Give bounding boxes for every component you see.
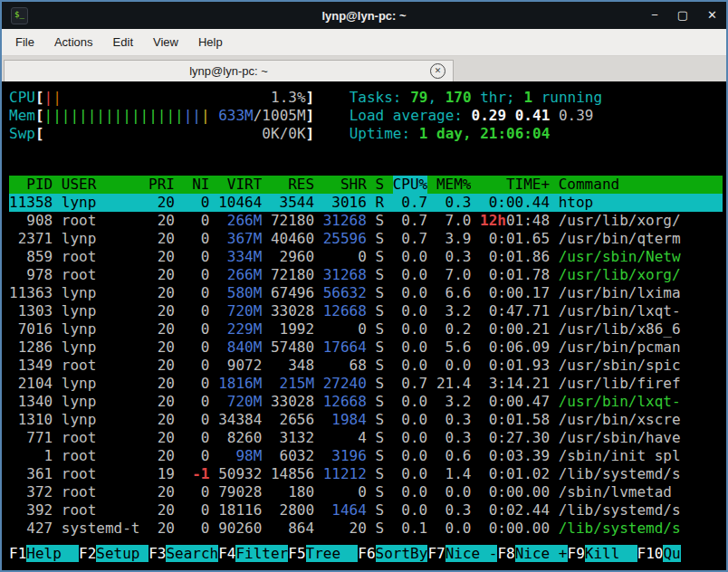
process-row[interactable]: 1340lynp200720M3302812668S0.03.20:00.47/… — [9, 393, 723, 411]
minimize-button[interactable]: − — [651, 2, 658, 29]
cell-mem: 0.0 — [436, 357, 472, 375]
cell-virt: 79028 — [218, 483, 262, 501]
cell-user: lynp — [62, 411, 140, 429]
maximize-button[interactable]: ▢ — [677, 2, 688, 29]
close-button[interactable]: ✕ — [707, 2, 717, 29]
process-row[interactable]: 11363lynp200580M6749656632S0.06.60:00.17… — [9, 284, 723, 302]
process-row[interactable]: 771root200826031324S0.00.30:27.30/usr/sb… — [9, 429, 723, 447]
process-row[interactable]: 2371lynp200367M4046025596S0.73.90:01.65/… — [9, 230, 723, 248]
fkey-f9[interactable]: F9Kill — [568, 545, 637, 562]
column-header-cpu[interactable]: CPU% — [393, 176, 428, 194]
tasks-summary: Tasks: 79, 170 thr; 1 running — [350, 89, 602, 107]
process-row[interactable]: 1310lynp2003438426561984S0.00.30:01.58/u… — [9, 411, 723, 429]
cell-ni: 0 — [184, 212, 210, 230]
process-row[interactable]: 1286lynp200840M5748017664S0.05.60:06.09/… — [9, 338, 723, 357]
cell-pri: 20 — [148, 411, 175, 429]
fkey-f6[interactable]: F6SortBy — [358, 545, 427, 562]
cell-pid: 11358 — [9, 194, 53, 212]
process-row[interactable]: 392root2001811628001464S0.00.30:02.44/li… — [9, 501, 723, 520]
uptime-summary: Uptime: 1 day, 21:06:04 — [350, 125, 551, 143]
cell-ni: 0 — [184, 357, 210, 375]
process-row[interactable]: 1303lynp200720M3302812668S0.03.20:47.71/… — [9, 302, 723, 320]
cell-command: /sbin/lvmetad — [559, 483, 723, 501]
cell-mem: 3.2 — [436, 302, 472, 320]
fkey-f10[interactable]: F10Qu — [637, 545, 681, 562]
cell-virt: 266M — [218, 212, 262, 230]
fkey-f7[interactable]: F7Nice - — [427, 545, 497, 562]
cell-command: htop — [559, 194, 723, 212]
process-row[interactable]: 2104lynp2001816M215M27240S0.721.43:14.21… — [9, 375, 723, 393]
cell-s: S — [375, 447, 384, 465]
fkey-f1[interactable]: F1Help — [9, 545, 79, 562]
cell-mem: 0.0 — [436, 483, 472, 501]
column-header-pri[interactable]: PRI — [148, 176, 175, 194]
cell-ni: 0 — [184, 447, 210, 465]
cell-cpu: 0.0 — [393, 266, 428, 284]
cell-pri: 20 — [148, 194, 175, 212]
cell-s: S — [375, 429, 384, 447]
process-row[interactable]: 372root200790281800S0.00.00:00.00/sbin/l… — [9, 483, 723, 501]
cell-virt: 9072 — [218, 357, 262, 375]
process-row[interactable]: 908root200266M7218031268S0.77.012h01:48/… — [9, 212, 723, 230]
cell-time: 0:47.71 — [480, 302, 550, 320]
cell-s: S — [375, 411, 384, 429]
mem-meter-bars: ||||||||||||||||||| — [44, 107, 210, 125]
process-row[interactable]: 1349root200907234868S0.00.00:01.93/usr/s… — [9, 357, 723, 375]
tab-terminal[interactable]: lynp@lyn-pc: ~ ✕ — [4, 60, 454, 81]
cell-virt: 266M — [218, 266, 262, 284]
process-row[interactable]: 859root200334M29600S0.00.30:01.86/usr/sb… — [9, 248, 723, 266]
column-header-s[interactable]: S — [375, 176, 384, 194]
cell-ni: 0 — [184, 284, 210, 302]
fkey-f8[interactable]: F8Nice + — [497, 545, 567, 562]
column-header-user[interactable]: USER — [62, 176, 140, 194]
column-header-mem[interactable]: MEM% — [436, 176, 472, 194]
cpu-meter-value: 1.3% — [271, 89, 306, 107]
column-header-pid[interactable]: PID — [9, 176, 53, 194]
fkey-f5[interactable]: F5Tree — [288, 545, 358, 562]
cell-time: 0:01.78 — [480, 266, 550, 284]
cell-pri: 20 — [148, 393, 175, 411]
cell-cpu: 0.7 — [393, 212, 428, 230]
tab-title: lynp@lyn-pc: ~ — [189, 64, 268, 78]
cell-res: 3132 — [271, 429, 314, 447]
menu-item-edit[interactable]: Edit — [103, 29, 143, 55]
cell-ni: 0 — [184, 483, 210, 501]
cell-cpu: 0.0 — [393, 393, 428, 411]
cell-command: /usr/lib/x86_6 — [559, 320, 723, 338]
column-header-virt[interactable]: VIRT — [218, 176, 262, 194]
cell-s: S — [375, 230, 384, 248]
column-header-shr[interactable]: SHR — [323, 176, 367, 194]
cell-time: 3:14.21 — [480, 375, 550, 393]
cell-res: 57480 — [271, 338, 314, 357]
cell-cpu: 0.1 — [393, 520, 428, 538]
cell-pid: 11363 — [9, 284, 53, 302]
cell-user: lynp — [62, 230, 140, 248]
menu-item-file[interactable]: File — [5, 29, 44, 55]
swp-meter: Swp[0K/0K] — [9, 125, 314, 143]
fkey-f2[interactable]: F2Setup — [79, 545, 148, 562]
process-row[interactable]: 1root20098M60323196S0.00.60:03.39/sbin/i… — [9, 447, 723, 465]
process-row[interactable]: 361root19-1509321485611212S0.01.40:01.02… — [9, 465, 723, 483]
fkey-f3[interactable]: F3Search — [148, 545, 218, 562]
process-row[interactable]: 978root200266M7218031268S0.07.00:01.78/u… — [9, 266, 723, 284]
terminal-screen[interactable]: CPU[||1.3%]Tasks: 79, 170 thr; 1 running… — [2, 81, 726, 570]
cell-pid: 372 — [9, 483, 53, 501]
menu-item-actions[interactable]: Actions — [44, 29, 103, 55]
menu-item-help[interactable]: Help — [188, 29, 233, 55]
column-header-ni[interactable]: NI — [184, 176, 210, 194]
cell-command: /sbin/init spl — [559, 447, 723, 465]
fkey-f4[interactable]: F4Filter — [218, 545, 288, 562]
process-row[interactable]: 7016lynp200229M19920S0.00.20:00.21/usr/l… — [9, 320, 723, 338]
tab-close-icon[interactable]: ✕ — [430, 63, 445, 79]
menu-item-view[interactable]: View — [143, 29, 188, 55]
column-header-res[interactable]: RES — [271, 176, 314, 194]
cell-pri: 20 — [148, 375, 175, 393]
cell-shr: 0 — [323, 248, 367, 266]
process-row[interactable]: 427systemd-t2009026086420S0.10.00:00.00/… — [9, 520, 723, 538]
cell-shr: 3016 — [323, 194, 367, 212]
column-header-time[interactable]: TIME+ — [480, 176, 550, 194]
process-row[interactable]: 11358lynp2001046435443016R0.70.30:00.44h… — [9, 194, 723, 212]
column-header-command[interactable]: Command — [559, 176, 723, 194]
cell-virt: 367M — [218, 230, 262, 248]
cell-shr: 17664 — [323, 338, 367, 357]
